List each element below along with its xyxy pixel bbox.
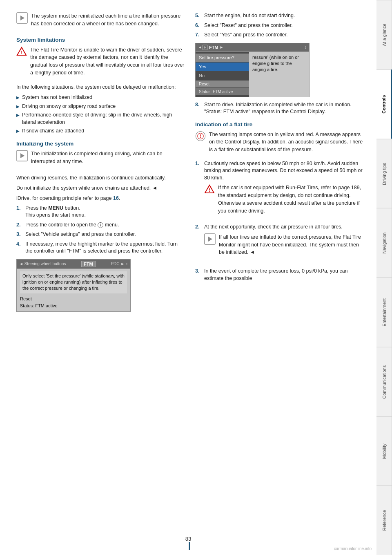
play-note-icon-3 xyxy=(204,233,216,245)
step8-list: 8. Start to drive. Initialization is com… xyxy=(195,101,364,116)
warning-triangle-icon: ! xyxy=(16,46,27,57)
svg-marker-7 xyxy=(204,46,206,49)
system-limitations-heading: System limitations xyxy=(16,37,185,43)
flat-tire-warning-icon: ! xyxy=(195,131,206,141)
screen2-header-center: FTM ► xyxy=(202,45,224,50)
screen-2: ◄ FTM ► ↕ Set tire pressure? Yes No Rese… xyxy=(195,43,310,97)
screen2-status: Status: FTM active xyxy=(196,88,249,95)
svg-marker-14 xyxy=(208,237,212,242)
screen2-no: No xyxy=(196,72,249,80)
play-note-icon xyxy=(16,12,28,24)
initializing-heading: Initializing the system xyxy=(16,141,185,147)
play-note-icon-2 xyxy=(16,150,28,161)
screen-1-body: Only select 'Set tire pressure' (while s… xyxy=(17,269,130,311)
list-item: ▶ Performance-oriented style of driving:… xyxy=(16,112,185,126)
intro-note-text: The system must be reinitialized each ti… xyxy=(31,12,185,28)
flat-tire-warning: ! The warning lamps come on in yellow an… xyxy=(195,131,364,156)
step-3: 3. Select "Vehicle settings" and press t… xyxy=(16,231,185,238)
tab-mobility[interactable]: Mobility xyxy=(376,416,392,486)
screen-2-body: Set tire pressure? Yes No Reset Status: … xyxy=(196,52,309,97)
screen2-reset: Reset xyxy=(196,81,249,87)
delay-intro-text: In the following situations, the system … xyxy=(16,83,185,91)
page-number-area: 83 xyxy=(187,542,190,550)
idrive-ref: iDrive, for operating principle refer to… xyxy=(16,195,185,202)
screen-header-left: ◄ Steering wheel buttons xyxy=(19,262,66,266)
system-limitations-warning: ! The Flat Tire Monitor is unable to war… xyxy=(16,46,185,79)
flat-step-1: 1. Cautiously reduce speed to below 50 m… xyxy=(195,160,364,222)
step-7: 7. Select "Yes" and press the controller… xyxy=(195,31,364,39)
init-note-text: The initialization is completed during d… xyxy=(31,150,185,168)
warning-triangle-icon-2: ! xyxy=(204,184,215,195)
step-5: 5. Start the engine, but do not start dr… xyxy=(195,12,364,20)
flat-step2-note-text: If all four tires are inflated to the co… xyxy=(219,233,364,256)
screen-header-right: PDC ► ↕ xyxy=(111,262,128,266)
tab-communications[interactable]: Communications xyxy=(376,347,392,416)
flat-step-2: 2. At the next opportunity, check the ai… xyxy=(195,224,364,265)
svg-marker-1 xyxy=(20,16,24,20)
screen2-header-arrows: ◄ xyxy=(198,45,202,49)
intro-note-box: The system must be reinitialized each ti… xyxy=(16,12,185,30)
flat-warning-note: ! If the car is not equipped with Run-Fl… xyxy=(204,184,364,217)
screen-ftm-badge: FTM xyxy=(81,261,96,267)
bullet-icon: ▶ xyxy=(16,104,20,110)
screen-1-header: ◄ Steering wheel buttons FTM PDC ► ↕ xyxy=(17,260,130,269)
screen2-yes: Yes xyxy=(196,63,249,71)
flat-warning-note-text: If the car is not equipped with Run-Flat… xyxy=(218,184,364,215)
tab-entertainment[interactable]: Entertainment xyxy=(376,278,392,347)
system-limitations-text: The Flat Tire Monitor is unable to warn … xyxy=(30,46,185,77)
idrive-page-link[interactable]: 16 xyxy=(113,195,119,201)
page-accent-line xyxy=(189,542,190,550)
step-8: 8. Start to drive. Initialization is com… xyxy=(195,101,364,116)
main-content: The system must be reinitialized each ti… xyxy=(0,0,376,555)
tab-navigation[interactable]: Navigation xyxy=(376,208,392,278)
bullet-icon: ▶ xyxy=(16,95,20,101)
init-note2: When driving resumes, the initialization… xyxy=(16,174,185,182)
tab-bar: At a glance Controls Driving tips Naviga… xyxy=(376,0,392,555)
page-number: 83 xyxy=(185,536,191,542)
svg-marker-5 xyxy=(20,153,24,158)
tab-controls[interactable]: Controls xyxy=(376,69,392,139)
flat-tire-heading: Indication of a flat tire xyxy=(195,121,364,128)
list-item: ▶ If snow chains are attached xyxy=(16,128,185,135)
screen-status-label: Status: FTM active xyxy=(20,302,127,309)
flat-step2-note: If all four tires are inflated to the co… xyxy=(204,233,364,259)
screen2-note: ressure' (while on on or engine g tires … xyxy=(249,52,309,97)
list-item: ▶ Driving on snowy or slippery road surf… xyxy=(16,103,185,110)
flat-step-3: 3. In the event of complete tire pressur… xyxy=(195,268,364,282)
screen-2-header: ◄ FTM ► ↕ xyxy=(196,43,309,52)
svg-text:!: ! xyxy=(21,50,22,55)
screen-1: ◄ Steering wheel buttons FTM PDC ► ↕ Onl… xyxy=(16,259,131,312)
step-4: 4. If necessary, move the highlight mark… xyxy=(16,241,185,255)
left-column: The system must be reinitialized each ti… xyxy=(16,12,185,543)
right-column: 5. Start the engine, but do not start dr… xyxy=(195,12,364,543)
bullet-list: ▶ System has not been initialized ▶ Driv… xyxy=(16,94,185,135)
tab-at-a-glance[interactable]: At a glance xyxy=(376,0,392,69)
flat-tire-steps: 1. Cautiously reduce speed to below 50 m… xyxy=(195,160,364,282)
flat-tire-warning-text: The warning lamps come on in yellow and … xyxy=(209,131,364,154)
steps-continued: 5. Start the engine, but do not start dr… xyxy=(195,12,364,39)
screen-2-menu: Set tire pressure? Yes No Reset Status: … xyxy=(196,52,249,97)
init-note-box: The initialization is completed during d… xyxy=(16,150,185,168)
bullet-icon: ▶ xyxy=(16,112,20,118)
watermark: carmanualonline.info xyxy=(334,546,372,551)
tab-driving-tips[interactable]: Driving tips xyxy=(376,139,392,208)
tab-reference[interactable]: Reference xyxy=(376,486,392,555)
screen-1-note: Only select 'Set tire pressure' (while s… xyxy=(20,271,127,293)
step-2: 2. Press the controller to open the i me… xyxy=(16,222,185,229)
screen-reset-label: Reset xyxy=(20,295,127,302)
bullet-icon: ▶ xyxy=(16,128,20,134)
step-6: 6. Select "Reset" and press the controll… xyxy=(195,22,364,29)
svg-text:!: ! xyxy=(209,188,210,192)
init-steps-list: 1. Press the MENU button.This opens the … xyxy=(16,205,185,255)
init-note3: Do not initialize the system while snow … xyxy=(16,184,185,192)
svg-text:!: ! xyxy=(200,134,201,138)
list-item: ▶ System has not been initialized xyxy=(16,94,185,101)
screen2-set-pressure: Set tire pressure? xyxy=(196,54,249,62)
step-1: 1. Press the MENU button.This opens the … xyxy=(16,205,185,219)
